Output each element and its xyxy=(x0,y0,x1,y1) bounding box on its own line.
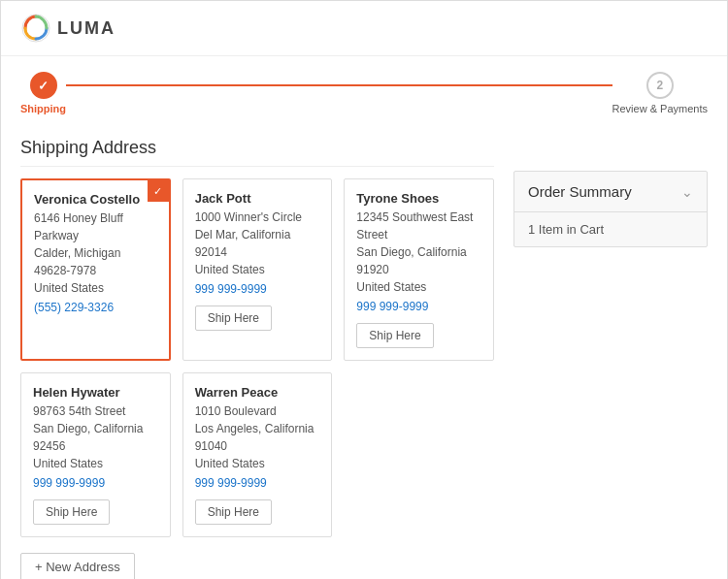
address-card-5[interactable]: Warren Peace 1010 Boulevard Los Angeles,… xyxy=(182,372,333,537)
logo-text: LUMA xyxy=(57,18,116,39)
address-2-country: United States xyxy=(195,261,320,278)
address-grid-row1: ✓ Veronica Costello 6146 Honey Bluff Par… xyxy=(20,178,494,361)
address-5-name: Warren Peace xyxy=(195,385,320,400)
address-4-country: United States xyxy=(33,455,158,472)
ship-here-btn-2[interactable]: Ship Here xyxy=(195,306,272,331)
address-3-street: 12345 Southwest East Street xyxy=(356,209,481,243)
address-1-phone: (555) 229-3326 xyxy=(34,301,157,314)
address-2-phone: 999 999-9999 xyxy=(195,282,320,296)
step-review-label: Review & Payments xyxy=(612,103,708,114)
address-4-name: Helen Hywater xyxy=(33,385,158,400)
address-3-name: Tyrone Shoes xyxy=(356,191,481,206)
check-icon: ✓ xyxy=(38,79,49,93)
address-4-phone: 999 999-9999 xyxy=(33,476,158,490)
address-1-city: Calder, Michigan 49628-7978 xyxy=(34,244,157,279)
step-shipping: ✓ Shipping xyxy=(20,72,66,114)
items-in-cart: 1 Item in Cart xyxy=(528,222,604,237)
ship-here-btn-4[interactable]: Ship Here xyxy=(33,499,110,525)
step-review-circle: 2 xyxy=(646,72,674,99)
address-card-1[interactable]: ✓ Veronica Costello 6146 Honey Bluff Par… xyxy=(20,178,171,361)
address-3-country: United States xyxy=(356,278,481,296)
address-2-city: Del Mar, California 92014 xyxy=(195,226,320,261)
address-2-street: 1000 Winner's Circle xyxy=(195,209,320,226)
address-1-name: Veronica Costello xyxy=(34,192,157,207)
address-card-4[interactable]: Helen Hywater 98763 54th Street San Dieg… xyxy=(20,372,171,537)
address-grid-row2: Helen Hywater 98763 54th Street San Dieg… xyxy=(20,372,494,537)
ship-here-btn-3[interactable]: Ship Here xyxy=(356,323,433,348)
logo-icon xyxy=(20,13,51,44)
new-address-button[interactable]: + New Address xyxy=(20,553,135,579)
empty-cell xyxy=(344,372,494,537)
order-summary-header: Order Summary ⌄ xyxy=(514,172,707,212)
step-shipping-label: Shipping xyxy=(20,103,66,114)
address-5-country: United States xyxy=(195,455,320,472)
address-5-phone: 999 999-9999 xyxy=(195,476,320,490)
chevron-down-icon[interactable]: ⌄ xyxy=(681,184,693,200)
address-5-street: 1010 Boulevard xyxy=(195,402,320,420)
address-card-3[interactable]: Tyrone Shoes 12345 Southwest East Street… xyxy=(344,178,494,361)
ship-here-btn-5[interactable]: Ship Here xyxy=(195,499,272,525)
address-5-city: Los Angeles, California 91040 xyxy=(195,420,320,455)
selected-check-badge: ✓ xyxy=(148,180,169,202)
step-connector xyxy=(66,84,612,86)
address-card-2[interactable]: Jack Pott 1000 Winner's Circle Del Mar, … xyxy=(182,178,333,361)
order-summary-title: Order Summary xyxy=(528,183,632,200)
step-review-number: 2 xyxy=(656,79,663,92)
logo: LUMA xyxy=(20,13,116,44)
content-area: Shipping Address ✓ Veronica Costello 614… xyxy=(20,122,494,579)
step-shipping-circle: ✓ xyxy=(30,72,57,99)
address-3-phone: 999 999-9999 xyxy=(356,300,481,313)
order-summary-box: Order Summary ⌄ 1 Item in Cart xyxy=(513,171,708,247)
address-2-name: Jack Pott xyxy=(195,191,320,206)
progress-bar: ✓ Shipping 2 Review & Payments xyxy=(1,56,727,122)
main-content: Shipping Address ✓ Veronica Costello 614… xyxy=(1,122,727,579)
sidebar: Order Summary ⌄ 1 Item in Cart xyxy=(513,171,708,579)
address-1-street: 6146 Honey Bluff Parkway xyxy=(34,209,157,244)
address-1-country: United States xyxy=(34,279,157,297)
step-review: 2 Review & Payments xyxy=(612,72,708,114)
address-4-street: 98763 54th Street xyxy=(33,402,158,420)
order-summary-content: 1 Item in Cart xyxy=(514,212,707,246)
address-3-city: San Diego, California 91920 xyxy=(356,243,481,278)
shipping-address-title: Shipping Address xyxy=(20,138,494,167)
header: LUMA xyxy=(1,1,727,56)
address-4-city: San Diego, California 92456 xyxy=(33,420,158,455)
